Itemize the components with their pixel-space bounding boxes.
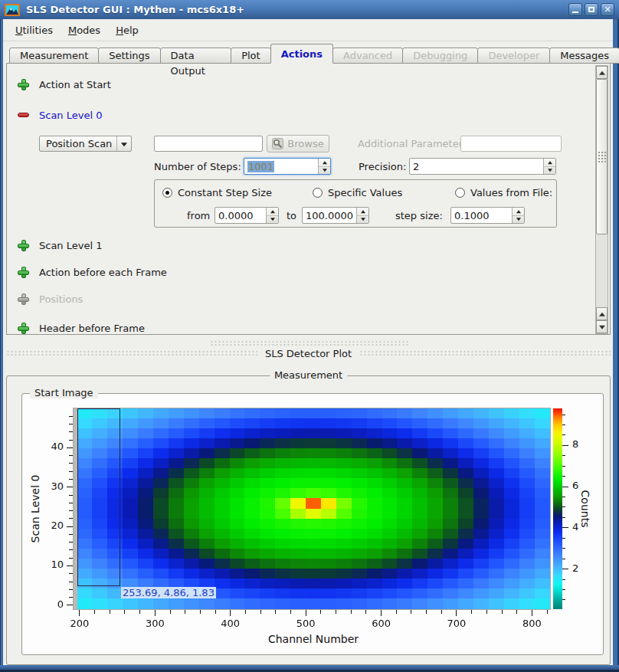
radio-selected-icon[interactable] <box>162 188 172 198</box>
number-of-steps-spinbox[interactable]: 1001 <box>244 158 331 175</box>
tab-actions[interactable]: Actions <box>270 44 333 64</box>
scan-level-1-label: Scan Level 1 <box>39 240 102 251</box>
minimize-button[interactable] <box>568 3 582 16</box>
heatmap-image[interactable] <box>77 408 550 609</box>
colorbar-minor-tick <box>562 548 565 549</box>
y-major-tick <box>67 447 73 448</box>
x-major-tick <box>532 610 532 616</box>
precision-label: Precision: <box>359 161 406 172</box>
precision-arrows[interactable] <box>543 159 555 174</box>
menu-modes[interactable]: Modes <box>61 21 108 39</box>
y-minor-tick <box>69 503 73 503</box>
collapse-minus-icon[interactable] <box>18 113 29 117</box>
y-tick-label: 40 <box>40 441 64 452</box>
radio-icon[interactable] <box>313 188 323 198</box>
x-minor-tick <box>516 610 517 614</box>
measurement-group-title: Measurement <box>270 369 347 381</box>
x-major-tick <box>230 610 231 616</box>
scrollbar-thumb[interactable] <box>596 79 608 234</box>
additional-parameter-input <box>460 136 562 152</box>
splitter-dots-left[interactable] <box>6 350 257 356</box>
x-minor-tick <box>170 610 171 614</box>
scan-level-0-row[interactable]: Scan Level 0 <box>18 109 102 121</box>
scroll-up-button[interactable] <box>596 66 608 79</box>
window-border-right <box>613 19 619 672</box>
x-minor-tick <box>365 610 366 614</box>
y-minor-tick <box>69 597 73 598</box>
maximize-button[interactable] <box>585 3 598 16</box>
from-label: from <box>187 210 210 221</box>
menu-bar: UtilitiesModesHelp <box>3 19 613 41</box>
from-arrows[interactable] <box>266 208 278 223</box>
scan-mode-select[interactable]: Position Scan <box>39 136 132 152</box>
number-of-steps-arrows[interactable] <box>318 159 330 174</box>
tab-bar: MeasurementSettingsData OutputPlotAction… <box>9 44 619 64</box>
number-of-steps-label: Number of Steps: <box>154 161 241 172</box>
scroll-down-button[interactable] <box>596 320 608 333</box>
x-tick-label: 800 <box>516 618 547 629</box>
expand-plus-icon[interactable] <box>18 267 29 278</box>
step-size-arrows[interactable] <box>512 208 524 223</box>
close-button[interactable]: ✕ <box>601 3 614 16</box>
values-from-file-radio[interactable]: Values from File: <box>455 187 552 198</box>
y-minor-tick <box>69 416 73 417</box>
x-major-tick <box>456 610 457 616</box>
menu-utilities[interactable]: Utilities <box>8 21 61 39</box>
x-major-tick <box>381 610 382 616</box>
tab-messages[interactable]: Messages <box>549 48 619 64</box>
window-border-bottom[interactable] <box>0 665 619 672</box>
expand-plus-icon-disabled <box>18 293 29 305</box>
colorbar-minor-tick <box>562 559 565 559</box>
scan-level-1-row[interactable]: Scan Level 1 <box>18 239 102 251</box>
tab-settings[interactable]: Settings <box>98 48 160 64</box>
splitter-handle[interactable] <box>210 340 409 346</box>
y-minor-tick <box>69 424 73 425</box>
menu-help[interactable]: Help <box>108 21 146 39</box>
scan-mode-value: Position Scan <box>40 138 116 149</box>
specific-values-radio[interactable]: Specific Values <box>313 187 402 198</box>
splitter-row[interactable]: SLS Detector Plot <box>6 347 611 359</box>
expand-plus-icon[interactable] <box>18 79 29 90</box>
to-arrows[interactable] <box>356 208 368 223</box>
tab-data-output[interactable]: Data Output <box>160 48 232 64</box>
x-minor-tick <box>110 610 110 614</box>
window-border-left <box>0 19 3 672</box>
title-bar[interactable]: SLS Detector GUI : Mythen - mcs6x18+ ✕ <box>0 0 619 19</box>
close-icon: ✕ <box>601 5 614 15</box>
from-spinbox[interactable]: 0.0000 <box>215 207 279 224</box>
tab-developer: Developer <box>477 48 550 64</box>
scroll-up-button-2[interactable] <box>596 307 608 320</box>
to-spinbox[interactable]: 100.0000 <box>302 207 369 224</box>
action-before-each-frame-row[interactable]: Action before each Frame <box>18 266 167 278</box>
tab-measurement[interactable]: Measurement <box>9 48 99 64</box>
splitter-dots-right[interactable] <box>359 350 611 356</box>
x-major-tick <box>155 610 156 616</box>
spin-down-icon <box>319 167 330 175</box>
header-before-frame-row[interactable]: Header before Frame <box>18 322 145 334</box>
colorbar-minor-tick <box>562 579 565 580</box>
maximize-icon <box>588 7 594 12</box>
vertical-scrollbar[interactable] <box>595 65 608 334</box>
chevron-down-icon[interactable] <box>116 136 131 151</box>
action-before-each-frame-label: Action before each Frame <box>39 267 167 278</box>
step-size-spinbox[interactable]: 0.1000 <box>450 207 525 224</box>
x-tick-label: 200 <box>64 618 95 629</box>
expand-plus-icon[interactable] <box>18 240 29 251</box>
from-value: 0.0000 <box>215 208 266 223</box>
expand-plus-icon[interactable] <box>18 323 29 334</box>
x-major-tick <box>79 610 80 616</box>
colorbar <box>553 408 562 609</box>
tab-plot[interactable]: Plot <box>231 48 271 64</box>
y-minor-tick <box>69 573 73 574</box>
scan-script-input[interactable] <box>154 136 263 152</box>
constant-step-size-radio[interactable]: Constant Step Size <box>162 187 272 198</box>
step-size-label: step size: <box>395 210 443 221</box>
browse-button[interactable]: Browse <box>267 135 329 152</box>
action-at-start-row[interactable]: Action at Start <box>18 78 111 90</box>
y-minor-tick <box>69 431 73 432</box>
precision-spinbox[interactable]: 2 <box>409 158 556 175</box>
splitter-label: SLS Detector Plot <box>265 348 352 359</box>
colorbar-major-tick <box>562 445 568 446</box>
radio-icon[interactable] <box>455 188 465 198</box>
colorbar-major-tick <box>562 527 568 528</box>
